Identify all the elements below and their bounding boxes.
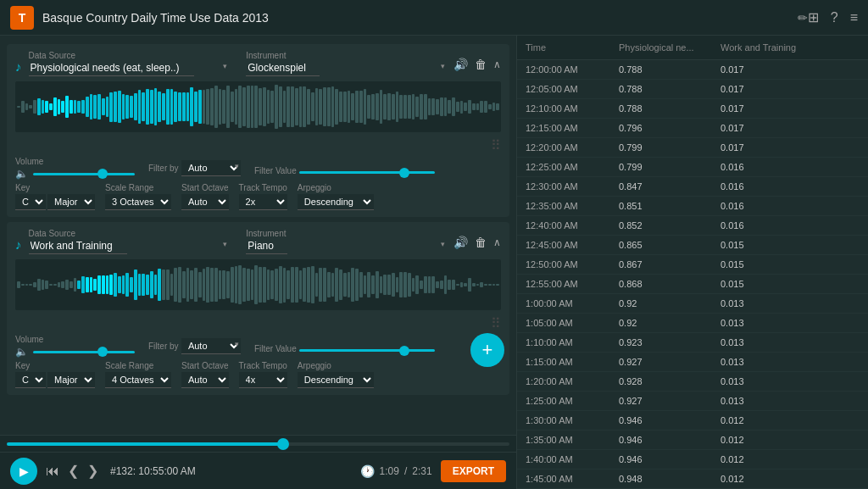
track-1-scale-type-select[interactable]: Major (47, 194, 95, 210)
track-2-actions: 🔊 🗑 ∧ (453, 236, 501, 249)
track-1-note-icon: ♪ (15, 59, 22, 74)
track-1-key-row: Key C Major Scale Range 3 Octaves Start … (15, 183, 501, 210)
prev-frame-button[interactable]: ❮ (68, 463, 79, 479)
table-cell: 0.847 (619, 181, 721, 192)
table-cell: 0.851 (619, 201, 721, 211)
play-button[interactable]: ▶ (10, 458, 37, 485)
edit-title-icon[interactable]: ✏ (798, 11, 808, 25)
track-1-volume-slider-container: 🔈 (15, 168, 135, 180)
table-cell: 12:50:00 AM (526, 259, 619, 270)
track-1-volume-btn[interactable]: 🔊 (453, 58, 468, 71)
table-cell: 12:25:00 AM (526, 162, 619, 172)
track-1-arpeggio-group: Arpeggio Descending (298, 183, 374, 210)
track-1-volume-group: Volume 🔈 (15, 157, 135, 180)
track-1-resize-handle[interactable]: ⠿ (491, 137, 501, 153)
table-cell: 12:30:00 AM (526, 181, 619, 192)
table-cell: 0.867 (619, 259, 721, 270)
track-2-filterby-group: Filter by Auto (148, 338, 241, 354)
track-2-volume-slider[interactable] (33, 351, 135, 353)
table-row: 12:10:00 AM0.7880.017 (517, 99, 868, 119)
next-frame-button[interactable]: ❯ (87, 463, 98, 479)
app-title: Basque Country Daily Time Use Data 2013 (42, 11, 793, 25)
track-1-octave-group: Start Octave Auto (181, 183, 229, 210)
track-1-volume-icon: 🔈 (15, 168, 28, 180)
track-1-octave-select[interactable]: Auto (181, 194, 229, 210)
track-2-key-row: Key C Major Scale Range 4 Octaves Start … (15, 361, 501, 388)
track-2-volume-group: Volume 🔈 (15, 335, 135, 358)
track-2-tempo-select[interactable]: 4x (239, 372, 287, 388)
export-button[interactable]: EXPORT (441, 460, 506, 482)
track-2-filter-slider[interactable] (299, 349, 435, 352)
track-1-volume-slider[interactable] (33, 173, 135, 175)
track-1-instrument-select[interactable]: Glockenspiel (246, 60, 320, 76)
add-track-button[interactable]: + (470, 333, 504, 367)
table-cell: 0.946 (619, 435, 721, 445)
track-1-filter-slider[interactable] (299, 171, 435, 174)
playback-bar: ▶ ⏮ ❮ ❯ #132: 10:55:00 AM 🕐 1:09 / 2:31 … (0, 452, 516, 489)
track-1-key-select[interactable]: C (15, 194, 46, 210)
current-frame-display: #132: 10:55:00 AM (110, 465, 196, 477)
track-2-key-group: Key C Major (15, 361, 95, 388)
table-cell: 0.017 (721, 84, 860, 94)
table-row: 1:00:00 AM0.920.013 (517, 294, 868, 314)
track-2-resize-handle[interactable]: ⠿ (491, 315, 501, 331)
track-2-scale-type-select[interactable]: Major (47, 372, 95, 388)
track-1-source-label: Data Source (29, 51, 230, 60)
table-row: 1:35:00 AM0.9460.012 (517, 431, 868, 450)
track-2-instrument-select[interactable]: Piano (246, 238, 287, 254)
table-cell: 12:15:00 AM (526, 123, 619, 133)
help-icon[interactable]: ? (831, 10, 838, 25)
table-header: Time Physiological ne... Work and Traini… (517, 36, 868, 60)
table-row: 12:30:00 AM0.8470.016 (517, 177, 868, 197)
track-2-delete-btn[interactable]: 🗑 (475, 236, 487, 249)
table-cell: 0.799 (619, 162, 721, 172)
track-1-arpeggio-select[interactable]: Descending (298, 194, 374, 210)
table-cell: 0.017 (721, 142, 860, 153)
track-2-filter-select[interactable]: Auto (181, 338, 241, 354)
track-card-2: ♪ Data Source Work and Training (7, 222, 509, 395)
track-1-range-group: Scale Range 3 Octaves (105, 183, 171, 210)
track-2-source-label: Data Source (29, 229, 230, 238)
track-2-arpeggio-group: Arpeggio Descending (298, 361, 374, 388)
table-cell: 0.015 (721, 240, 860, 250)
track-2-waveform-bars (15, 259, 501, 310)
duration-separator: / (404, 465, 407, 477)
track-1-instrument-group: Instrument Glockenspiel (246, 51, 447, 76)
track-1-waveform (15, 81, 501, 132)
track-2-instrument-label: Instrument (246, 229, 447, 238)
track-2-key-select[interactable]: C (15, 372, 46, 388)
track-1-delete-btn[interactable]: 🗑 (475, 58, 487, 71)
track-1-source-select[interactable]: Physiological needs (eat, sleep..) (29, 60, 194, 76)
table-row: 1:30:00 AM0.9460.012 (517, 411, 868, 431)
track-1-filter-select[interactable]: Auto (181, 160, 241, 176)
track-2-scale-range-select[interactable]: 4 Octaves (105, 372, 171, 388)
track-2-arpeggio-select[interactable]: Descending (298, 372, 374, 388)
table-cell: 1:30:00 AM (526, 415, 619, 425)
track-1-scale-range-select[interactable]: 3 Octaves (105, 194, 171, 210)
table-cell: 0.017 (721, 64, 860, 75)
track-2-source-select[interactable]: Work and Training (29, 238, 127, 254)
menu-icon[interactable]: ≡ (850, 10, 858, 25)
table-cell: 1:40:00 AM (526, 454, 619, 464)
grid-icon[interactable]: ⊞ (808, 9, 819, 25)
table-row: 12:55:00 AM0.8680.015 (517, 275, 868, 294)
track-1-collapse-btn[interactable]: ∧ (493, 58, 501, 70)
track-1-tempo-select[interactable]: 2x (239, 194, 287, 210)
track-2-volume-btn[interactable]: 🔊 (453, 236, 468, 249)
skip-back-button[interactable]: ⏮ (46, 464, 59, 479)
table-cell: 12:05:00 AM (526, 84, 619, 94)
table-row: 1:45:00 AM0.9480.012 (517, 470, 868, 489)
track-2-collapse-btn[interactable]: ∧ (493, 236, 501, 248)
scrubber-row (0, 435, 516, 452)
table-cell: 0.788 (619, 103, 721, 114)
table-row: 1:20:00 AM0.9280.013 (517, 372, 868, 392)
table-cell: 1:45:00 AM (526, 474, 619, 484)
table-cell: 0.013 (721, 318, 860, 328)
scrubber-track[interactable] (7, 442, 509, 446)
table-cell: 0.788 (619, 84, 721, 94)
track-2-volume-slider-container: 🔈 (15, 346, 135, 358)
track-2-octave-select[interactable]: Auto (181, 372, 229, 388)
main-content: ♪ Data Source Physiological needs (eat, … (0, 36, 868, 489)
table-row: 1:40:00 AM0.9460.012 (517, 450, 868, 470)
col-header-physiological: Physiological ne... (619, 42, 721, 53)
